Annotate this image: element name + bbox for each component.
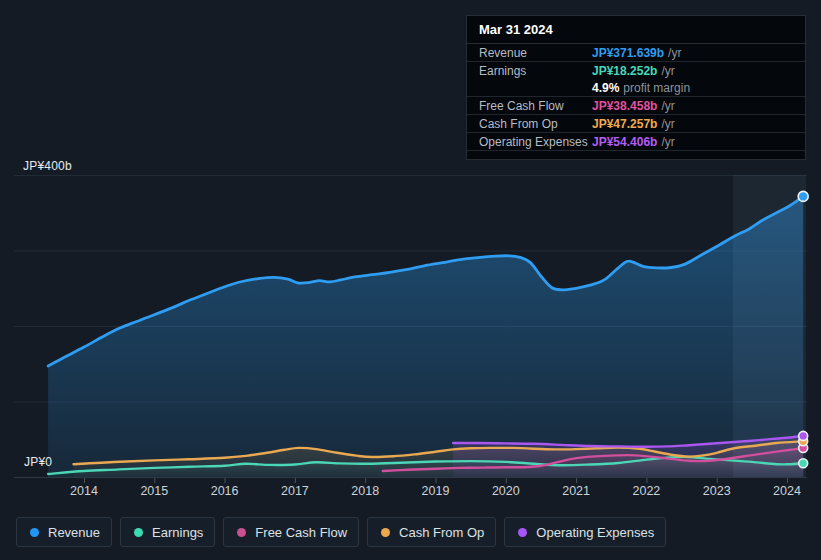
legend-item-revenue[interactable]: Revenue	[16, 517, 112, 547]
legend-dot-icon	[134, 528, 143, 537]
x-axis-tick-label: 2021	[554, 484, 598, 498]
tooltip-row-suffix: /yr	[661, 99, 674, 113]
tooltip-row-label: Earnings	[479, 64, 592, 78]
x-axis-tick-label: 2020	[484, 484, 528, 498]
x-axis: 2014201520162017201820192020202120222023…	[0, 484, 821, 500]
x-axis-tick-label: 2018	[343, 484, 387, 498]
tooltip-row-label: Operating Expenses	[479, 135, 592, 149]
tooltip-row: Operating ExpensesJP¥54.406b/yr	[467, 133, 805, 151]
tooltip-rows: RevenueJP¥371.639b/yrEarningsJP¥18.252b/…	[467, 44, 805, 151]
chart-legend: RevenueEarningsFree Cash FlowCash From O…	[16, 517, 666, 547]
tooltip-row-label: Free Cash Flow	[479, 99, 592, 113]
tooltip-row-label: Revenue	[479, 46, 592, 60]
legend-item-label: Free Cash Flow	[255, 525, 347, 540]
tooltip-row-suffix: /yr	[661, 64, 674, 78]
x-axis-tick-label: 2024	[765, 484, 809, 498]
tooltip-date: Mar 31 2024	[467, 16, 805, 44]
x-axis-tick-label: 2017	[273, 484, 317, 498]
tooltip-row-value: JP¥54.406b	[592, 135, 657, 149]
legend-item-label: Cash From Op	[399, 525, 484, 540]
tooltip-row-suffix: /yr	[661, 135, 674, 149]
legend-dot-icon	[381, 528, 390, 537]
x-axis-tick-label: 2016	[203, 484, 247, 498]
tooltip-row: Cash From OpJP¥47.257b/yr	[467, 115, 805, 133]
tooltip-row-suffix: /yr	[661, 117, 674, 131]
tooltip-row-label: Cash From Op	[479, 117, 592, 131]
tooltip-row-value: JP¥38.458b	[592, 99, 657, 113]
x-axis-tick-label: 2014	[62, 484, 106, 498]
legend-item-operating-expenses[interactable]: Operating Expenses	[504, 517, 666, 547]
legend-item-cash-from-op[interactable]: Cash From Op	[367, 517, 496, 547]
legend-item-label: Earnings	[152, 525, 203, 540]
legend-dot-icon	[30, 528, 39, 537]
legend-item-earnings[interactable]: Earnings	[120, 517, 215, 547]
y-axis-label-max: JP¥400b	[23, 159, 72, 173]
tooltip-row: EarningsJP¥18.252b/yr	[467, 62, 805, 79]
legend-dot-icon	[237, 528, 246, 537]
tooltip-row-suffix: profit margin	[623, 81, 690, 95]
tooltip-row-value: JP¥18.252b	[592, 64, 657, 78]
tooltip-row: Free Cash FlowJP¥38.458b/yr	[467, 97, 805, 115]
legend-item-free-cash-flow[interactable]: Free Cash Flow	[223, 517, 359, 547]
x-axis-tick-label: 2019	[414, 484, 458, 498]
legend-dot-icon	[518, 528, 527, 537]
tooltip-row: RevenueJP¥371.639b/yr	[467, 44, 805, 62]
x-axis-tick-label: 2023	[695, 484, 739, 498]
legend-item-label: Operating Expenses	[536, 525, 654, 540]
earnings-revenue-history-panel: JP¥400b JP¥0 201420152016201720182019202…	[0, 0, 821, 560]
tooltip-row-value: JP¥371.639b	[592, 46, 664, 60]
x-axis-tick-label: 2015	[132, 484, 176, 498]
tooltip-row-value: 4.9%	[592, 81, 619, 95]
tooltip-row-value: JP¥47.257b	[592, 117, 657, 131]
tooltip-row-suffix: /yr	[668, 46, 681, 60]
y-axis-label-zero: JP¥0	[24, 455, 52, 469]
chart-tooltip: Mar 31 2024 RevenueJP¥371.639b/yrEarning…	[466, 15, 806, 160]
legend-item-label: Revenue	[48, 525, 100, 540]
x-axis-tick-label: 2022	[624, 484, 668, 498]
tooltip-row: 4.9%profit margin	[467, 79, 805, 97]
